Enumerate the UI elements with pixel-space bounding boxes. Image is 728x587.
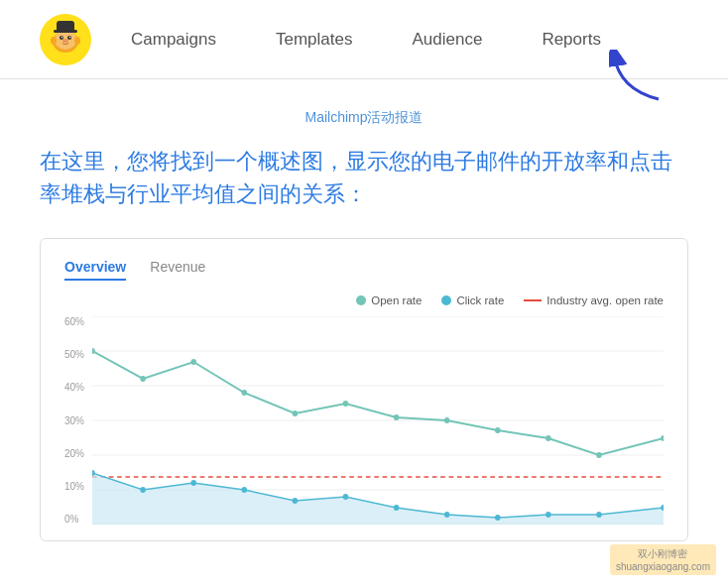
svg-point-5 <box>61 36 62 37</box>
y-label-20: 20% <box>64 448 92 459</box>
chart-tabs: Overview Revenue <box>64 259 664 281</box>
main-content: Mailchimp活动报道 在这里，您将找到一个概述图，显示您的电子邮件的开放率… <box>0 79 728 561</box>
y-label-0: 0% <box>64 514 92 525</box>
subtitle: Mailchimp活动报道 <box>40 109 688 127</box>
svg-point-36 <box>242 487 248 493</box>
chart-legend: Open rate Click rate Industry avg. open … <box>64 294 664 306</box>
legend-click-rate-icon <box>441 295 451 305</box>
svg-point-30 <box>596 452 602 458</box>
nav-templates[interactable]: Templates <box>276 26 352 54</box>
tab-revenue[interactable]: Revenue <box>150 259 205 281</box>
svg-point-41 <box>495 515 501 521</box>
legend-open-rate: Open rate <box>356 294 422 306</box>
legend-open-rate-icon <box>356 295 366 305</box>
svg-point-34 <box>140 487 146 493</box>
mailchimp-logo <box>40 14 91 65</box>
legend-industry-avg: Industry avg. open rate <box>524 294 664 306</box>
svg-point-23 <box>242 390 248 396</box>
y-label-50: 50% <box>64 349 92 360</box>
svg-point-6 <box>69 36 70 37</box>
svg-point-22 <box>190 359 196 365</box>
svg-point-39 <box>394 505 400 511</box>
svg-point-42 <box>546 512 551 518</box>
svg-point-7 <box>62 39 68 43</box>
svg-point-4 <box>67 36 71 40</box>
nav-campaigns[interactable]: Campaigns <box>131 26 216 54</box>
svg-point-8 <box>51 37 57 45</box>
svg-point-28 <box>495 427 501 433</box>
svg-point-43 <box>596 512 602 518</box>
watermark: 双小刚博密 shuangxiaogang.com <box>610 544 716 575</box>
legend-industry-label: Industry avg. open rate <box>546 294 664 306</box>
svg-point-35 <box>190 480 196 486</box>
y-label-60: 60% <box>64 316 92 327</box>
legend-open-rate-label: Open rate <box>371 294 422 306</box>
nav-reports[interactable]: Reports <box>542 26 601 54</box>
nav-audience[interactable]: Audience <box>412 26 482 54</box>
svg-point-38 <box>343 494 349 500</box>
y-label-30: 30% <box>64 415 92 426</box>
header: Campaigns Templates Audience Reports <box>0 0 728 79</box>
svg-rect-11 <box>57 21 74 32</box>
svg-point-3 <box>60 36 63 40</box>
svg-point-31 <box>661 435 664 441</box>
svg-point-21 <box>140 376 146 382</box>
svg-point-27 <box>444 417 450 423</box>
y-label-10: 10% <box>64 481 92 492</box>
svg-point-9 <box>74 37 80 45</box>
chart-svg-area <box>92 316 664 525</box>
chart-card: Overview Revenue Open rate Click rate In… <box>40 238 688 541</box>
svg-point-26 <box>394 414 400 420</box>
y-label-40: 40% <box>64 382 92 393</box>
svg-point-24 <box>293 411 299 416</box>
watermark-text: 双小刚博密 <box>616 547 710 561</box>
description: 在这里，您将找到一个概述图，显示您的电子邮件的开放率和点击率堆栈与行业平均值之间… <box>40 145 688 210</box>
chart-area: 0% 10% 20% 30% 40% 50% 60% <box>64 316 664 525</box>
main-nav: Campaigns Templates Audience Reports <box>131 26 601 54</box>
legend-industry-icon <box>524 299 542 301</box>
svg-point-25 <box>343 401 349 407</box>
y-axis: 0% 10% 20% 30% 40% 50% 60% <box>64 316 92 525</box>
svg-point-37 <box>293 498 299 504</box>
legend-click-rate-label: Click rate <box>456 294 504 306</box>
tab-overview[interactable]: Overview <box>64 259 126 281</box>
svg-marker-32 <box>92 473 664 525</box>
svg-point-29 <box>546 435 551 441</box>
watermark-subtext: shuangxiaogang.com <box>616 561 710 572</box>
svg-point-40 <box>444 512 450 518</box>
legend-click-rate: Click rate <box>441 294 504 306</box>
arrow-annotation <box>609 50 668 108</box>
